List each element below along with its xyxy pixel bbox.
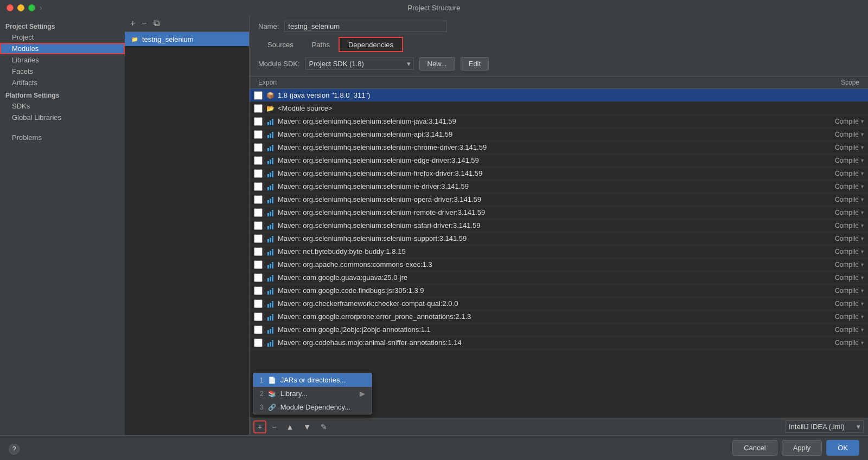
copy-module-button[interactable]: ⧉	[151, 17, 162, 29]
dep-row-9[interactable]: Maven: org.seleniumhq.selenium:selenium-…	[250, 219, 868, 232]
edit-sdk-button[interactable]: Edit	[461, 57, 489, 71]
move-down-dep-button[interactable]: ▼	[299, 421, 315, 433]
remove-dep-button[interactable]: −	[268, 421, 280, 433]
dep-row-16[interactable]: Maven: com.google.errorprone:error_prone…	[250, 310, 868, 323]
dep-scope-6[interactable]: Compile ▾	[835, 183, 864, 190]
dropdown-item-jars[interactable]: 1 📄 JARs or directories...	[253, 373, 372, 387]
forward-arrow[interactable]: ›	[40, 3, 42, 12]
dep-scope-12[interactable]: Compile ▾	[835, 261, 864, 269]
dep-checkbox-5[interactable]	[254, 169, 263, 178]
sidebar-item-libraries[interactable]: Libraries	[0, 54, 125, 66]
sidebar-item-problems[interactable]: Problems	[0, 132, 125, 143]
ok-button[interactable]: OK	[826, 440, 859, 456]
sidebar-item-facets[interactable]: Facets	[0, 66, 125, 77]
dep-scope-10[interactable]: Compile ▾	[835, 235, 864, 242]
edit-dep-button[interactable]: ✎	[317, 421, 331, 433]
dep-row-4[interactable]: Maven: org.seleniumhq.selenium:selenium-…	[250, 154, 868, 167]
dep-row-module-source[interactable]: 📂 <Module source>	[250, 102, 868, 115]
minimize-button[interactable]	[17, 4, 24, 11]
sidebar-item-sdks[interactable]: SDKs	[0, 100, 125, 112]
dep-scope-5[interactable]: Compile ▾	[835, 170, 864, 177]
dep-scope-11[interactable]: Compile ▾	[835, 248, 864, 255]
dep-checkbox-18[interactable]	[254, 338, 263, 347]
dep-row-3[interactable]: Maven: org.seleniumhq.selenium:selenium-…	[250, 141, 868, 154]
dep-checkbox-jdk[interactable]	[254, 91, 263, 100]
module-dep-icon: 🔗	[268, 404, 276, 411]
dep-checkbox-module-source[interactable]	[254, 104, 263, 113]
dep-row-6[interactable]: Maven: org.seleniumhq.selenium:selenium-…	[250, 180, 868, 193]
module-item-testng-selenium[interactable]: 📁 testng_selenium	[125, 32, 249, 46]
dep-checkbox-16[interactable]	[254, 312, 263, 321]
dep-checkbox-9[interactable]	[254, 221, 263, 230]
move-up-dep-button[interactable]: ▲	[282, 421, 297, 433]
dep-checkbox-7[interactable]	[254, 195, 263, 204]
dep-scope-13[interactable]: Compile ▾	[835, 274, 864, 282]
new-sdk-button[interactable]: New...	[419, 57, 455, 71]
remove-module-button[interactable]: −	[139, 17, 149, 29]
dep-checkbox-8[interactable]	[254, 208, 263, 217]
dep-checkbox-1[interactable]	[254, 117, 263, 126]
back-arrow[interactable]: ‹	[33, 3, 35, 12]
dep-scope-9[interactable]: Compile ▾	[835, 222, 864, 229]
dep-row-15[interactable]: Maven: org.checkerframework:checker-comp…	[250, 297, 868, 310]
dep-scope-3[interactable]: Compile ▾	[835, 144, 864, 151]
dep-row-jdk[interactable]: 📦 1.8 (java version "1.8.0_311")	[250, 89, 868, 102]
window-controls[interactable]	[7, 4, 35, 11]
dep-scope-1[interactable]: Compile ▾	[835, 118, 864, 125]
tab-paths[interactable]: Paths	[303, 37, 339, 52]
dep-row-17[interactable]: Maven: com.google.j2objc:j2objc-annotati…	[250, 323, 868, 336]
dependencies-list[interactable]: 📦 1.8 (java version "1.8.0_311") 📂 <Modu…	[250, 89, 868, 418]
add-module-button[interactable]: +	[128, 17, 137, 29]
dep-scope-14[interactable]: Compile ▾	[835, 287, 864, 295]
dep-checkbox-13[interactable]	[254, 273, 263, 282]
dep-row-14[interactable]: Maven: com.google.code.findbugs:jsr305:1…	[250, 284, 868, 297]
sidebar-item-artifacts[interactable]: Artifacts	[0, 77, 125, 88]
dep-checkbox-3[interactable]	[254, 143, 263, 152]
dep-row-13[interactable]: Maven: com.google.guava:guava:25.0-jre C…	[250, 271, 868, 284]
close-button[interactable]	[7, 4, 14, 11]
help-button[interactable]: ?	[9, 444, 20, 455]
dep-checkbox-12[interactable]	[254, 260, 263, 269]
dep-row-18[interactable]: Maven: org.codehaus.mojo:animal-sniffer-…	[250, 336, 868, 349]
dep-checkbox-10[interactable]	[254, 234, 263, 243]
dep-checkbox-15[interactable]	[254, 299, 263, 308]
dep-scope-7[interactable]: Compile ▾	[835, 196, 864, 203]
add-dep-button[interactable]: +	[254, 421, 266, 433]
dep-row-7[interactable]: Maven: org.seleniumhq.selenium:selenium-…	[250, 193, 868, 206]
cancel-button[interactable]: Cancel	[732, 440, 777, 456]
dep-row-5[interactable]: Maven: org.seleniumhq.selenium:selenium-…	[250, 167, 868, 180]
dep-scope-15[interactable]: Compile ▾	[835, 300, 864, 308]
dep-scope-4[interactable]: Compile ▾	[835, 157, 864, 164]
dep-row-10[interactable]: Maven: org.seleniumhq.selenium:selenium-…	[250, 232, 868, 245]
dep-checkbox-4[interactable]	[254, 156, 263, 165]
dep-checkbox-14[interactable]	[254, 286, 263, 295]
dropdown-label-module-dep: Module Dependency...	[280, 403, 350, 411]
dep-row-12[interactable]: Maven: org.apache.commons:commons-exec:1…	[250, 258, 868, 271]
dep-row-11[interactable]: Maven: net.bytebuddy:byte-buddy:1.8.15 C…	[250, 245, 868, 258]
dropdown-item-module-dep[interactable]: 3 🔗 Module Dependency...	[253, 400, 372, 414]
tab-sources[interactable]: Sources	[258, 37, 303, 52]
tab-dependencies[interactable]: Dependencies	[339, 37, 403, 52]
dep-scope-2[interactable]: Compile ▾	[835, 131, 864, 138]
dep-scope-17[interactable]: Compile ▾	[835, 326, 864, 334]
dep-scope-16[interactable]: Compile ▾	[835, 313, 864, 321]
dep-checkbox-11[interactable]	[254, 247, 263, 256]
name-input[interactable]	[284, 21, 447, 32]
apply-button[interactable]: Apply	[782, 440, 822, 456]
dep-row-1[interactable]: Maven: org.seleniumhq.selenium:selenium-…	[250, 115, 868, 128]
dep-row-2[interactable]: Maven: org.seleniumhq.selenium:selenium-…	[250, 128, 868, 141]
dep-checkbox-17[interactable]	[254, 325, 263, 334]
sidebar-item-global-libraries[interactable]: Global Libraries	[0, 112, 125, 123]
dep-checkbox-6[interactable]	[254, 182, 263, 191]
format-selector[interactable]: IntelliJ IDEA (.iml) Eclipse (.classpath…	[785, 420, 864, 433]
dep-scope-8[interactable]: Compile ▾	[835, 209, 864, 216]
dep-row-8[interactable]: Maven: org.seleniumhq.selenium:selenium-…	[250, 206, 868, 219]
maven-icon-15	[266, 300, 275, 308]
sidebar-item-project[interactable]: Project	[0, 31, 125, 43]
sdk-select[interactable]: Project SDK (1.8)	[305, 58, 414, 70]
sidebar-item-modules[interactable]: Modules	[0, 43, 125, 54]
dep-scope-18[interactable]: Compile ▾	[835, 339, 864, 347]
dep-checkbox-2[interactable]	[254, 130, 263, 139]
platform-settings-label: Platform Settings	[0, 88, 125, 100]
dropdown-item-library[interactable]: 2 📚 Library... ▶	[253, 387, 372, 400]
